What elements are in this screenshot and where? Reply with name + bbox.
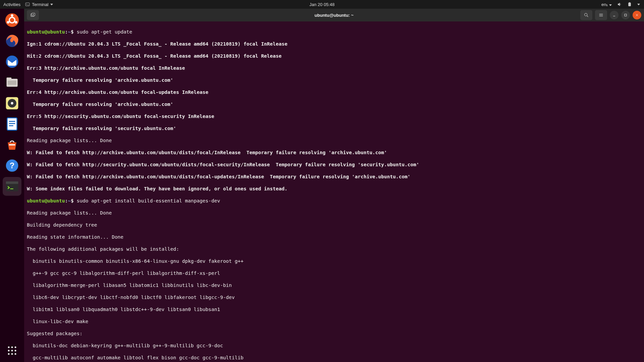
svg-rect-18 <box>9 121 15 122</box>
terminal-line: W: Failed to fetch http://security.ubunt… <box>27 162 641 168</box>
svg-point-32 <box>8 353 10 355</box>
ubuntu-software-icon <box>5 137 19 152</box>
terminal-line: ubuntu@ubuntu:~$ sudo apt-get update <box>27 29 641 35</box>
terminal-line: gcc-multilib autoconf automake libtool f… <box>27 355 641 361</box>
svg-rect-0 <box>25 3 30 6</box>
svg-point-37 <box>585 13 587 16</box>
terminal-viewport[interactable]: ubuntu@ubuntu:~$ sudo apt-get update Ign… <box>24 21 644 362</box>
svg-point-7 <box>15 21 17 23</box>
apps-grid-icon <box>7 346 17 356</box>
help-icon: ? <box>5 158 19 173</box>
terminal-line: W: Some index files failed to download. … <box>27 186 641 192</box>
gnome-topbar: Activities Terminal Jan 20 05:48 en₁ <box>0 0 644 9</box>
dock-item-software[interactable] <box>3 135 21 154</box>
input-source-indicator[interactable]: en₁ <box>601 2 612 7</box>
svg-point-31 <box>15 350 16 352</box>
svg-rect-2 <box>629 2 630 3</box>
terminal-line: Reading package lists... Done <box>27 137 641 143</box>
terminal-icon <box>5 179 19 194</box>
dock-item-rhythmbox[interactable] <box>3 94 21 113</box>
terminal-line: W: Failed to fetch http://archive.ubuntu… <box>27 174 641 180</box>
svg-rect-11 <box>7 77 12 80</box>
files-icon <box>5 75 19 90</box>
terminal-line: Reading package lists... Done <box>27 210 641 216</box>
dock: ? <box>0 9 24 362</box>
terminal-line: Err:3 http://archive.ubuntu.com/ubuntu f… <box>27 65 641 71</box>
svg-point-29 <box>8 350 10 352</box>
maximize-icon <box>624 13 628 17</box>
dock-item-firefox[interactable] <box>3 32 21 50</box>
dock-item-help[interactable]: ? <box>3 156 21 175</box>
search-icon <box>584 12 589 18</box>
terminal-line: Temporary failure resolving 'archive.ubu… <box>27 101 641 107</box>
ubuntu-logo-icon <box>5 13 19 27</box>
dock-item-files[interactable] <box>3 73 21 92</box>
terminal-line: libalgorithm-merge-perl libasan5 libatom… <box>27 282 641 288</box>
thunderbird-icon <box>5 54 19 69</box>
app-menu[interactable]: Terminal <box>25 2 53 7</box>
terminal-line: Err:4 http://archive.ubuntu.com/ubuntu f… <box>27 89 641 95</box>
dock-item-terminal[interactable] <box>3 177 21 196</box>
terminal-line: libc6-dev libcrypt-dev libctf-nobfd0 lib… <box>27 294 641 300</box>
chevron-down-icon[interactable] <box>637 4 640 5</box>
terminal-icon <box>25 2 30 7</box>
new-tab-button[interactable] <box>27 10 39 20</box>
libreoffice-writer-icon <box>5 117 19 131</box>
window-headerbar: ubuntu@ubuntu: ~ <box>24 9 644 21</box>
terminal-line: The following additional packages will b… <box>27 246 641 252</box>
minimize-button[interactable] <box>610 11 619 19</box>
hamburger-icon <box>598 12 604 18</box>
app-menu-label: Terminal <box>32 2 48 7</box>
svg-rect-21 <box>9 144 15 145</box>
close-button[interactable] <box>633 11 641 19</box>
maximize-button[interactable] <box>621 11 630 19</box>
terminal-line: Temporary failure resolving 'archive.ubu… <box>27 77 641 83</box>
svg-point-34 <box>15 353 16 355</box>
terminal-line: Building dependency tree <box>27 222 641 228</box>
chevron-down-icon <box>50 4 53 5</box>
chevron-down-icon <box>609 4 612 6</box>
svg-rect-19 <box>9 123 15 124</box>
terminal-line: W: Failed to fetch http://archive.ubuntu… <box>27 149 641 156</box>
new-tab-icon <box>30 12 36 18</box>
firefox-icon <box>5 34 19 48</box>
battery-icon[interactable] <box>627 2 632 7</box>
dock-item-writer[interactable] <box>3 115 21 133</box>
svg-rect-38 <box>625 14 627 16</box>
svg-point-26 <box>8 347 10 348</box>
svg-rect-1 <box>629 3 631 6</box>
clock[interactable]: Jan 20 05:48 <box>309 2 334 7</box>
svg-point-5 <box>11 14 13 17</box>
svg-rect-20 <box>9 125 13 126</box>
svg-point-33 <box>11 353 13 355</box>
activities-button[interactable]: Activities <box>3 2 20 7</box>
terminal-line: binutils binutils-common binutils-x86-64… <box>27 258 641 264</box>
search-button[interactable] <box>580 10 592 20</box>
minimize-icon <box>612 13 616 17</box>
window-title: ubuntu@ubuntu: ~ <box>315 13 354 18</box>
terminal-line: ubuntu@ubuntu:~$ sudo apt-get install bu… <box>27 198 641 204</box>
terminal-line: Hit:2 cdrom://Ubuntu 20.04.3 LTS _Focal … <box>27 53 641 59</box>
svg-point-30 <box>11 350 13 352</box>
terminal-line: Ign:1 cdrom://Ubuntu 20.04.3 LTS _Focal … <box>27 41 641 47</box>
terminal-line: Temporary failure resolving 'security.ub… <box>27 125 641 131</box>
dock-item-ubuntu[interactable] <box>3 11 21 29</box>
svg-rect-12 <box>8 81 16 85</box>
terminal-line: linux-libc-dev make <box>27 318 641 324</box>
terminal-line: Err:5 http://security.ubuntu.com/ubuntu … <box>27 113 641 119</box>
terminal-line: Reading state information... Done <box>27 234 641 240</box>
terminal-line: libitm1 liblsan0 libquadmath0 libstdc++-… <box>27 306 641 312</box>
terminal-line: g++-9 gcc gcc-9 libalgorithm-diff-perl l… <box>27 270 641 276</box>
svg-point-27 <box>11 347 13 348</box>
svg-text:?: ? <box>10 161 15 170</box>
close-icon <box>635 13 639 17</box>
rhythmbox-icon <box>5 96 19 111</box>
svg-point-6 <box>7 21 9 23</box>
dock-item-thunderbird[interactable] <box>3 52 21 71</box>
volume-icon[interactable] <box>617 2 622 7</box>
show-applications-button[interactable] <box>3 341 21 360</box>
menu-button[interactable] <box>595 10 607 20</box>
terminal-line: binutils-doc debian-keyring g++-multilib… <box>27 343 641 349</box>
svg-point-15 <box>11 102 13 104</box>
svg-rect-25 <box>6 181 18 184</box>
